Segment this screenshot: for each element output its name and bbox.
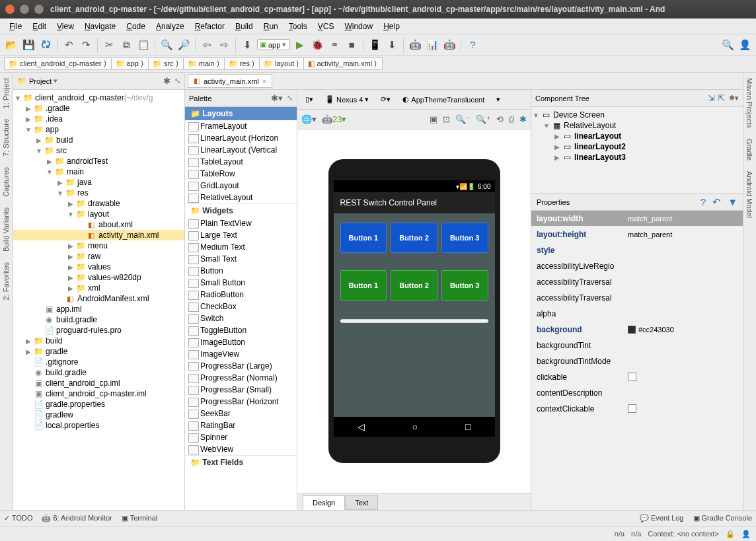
- gradle-console-button[interactable]: ▣ Gradle Console: [693, 514, 753, 523]
- comp-tree-item[interactable]: ▼▭Device Screen: [531, 110, 743, 120]
- palette-item[interactable]: TableLayout: [185, 156, 297, 168]
- sdk-icon[interactable]: ⬇: [385, 38, 399, 52]
- side-tab[interactable]: Build Variants: [0, 202, 12, 257]
- tree-item[interactable]: ▼📁res: [13, 188, 184, 198]
- tab-text[interactable]: Text: [345, 495, 378, 510]
- menu-navigate[interactable]: Navigate: [79, 20, 121, 33]
- palette-item[interactable]: LinearLayout (Horizon: [185, 132, 297, 144]
- tree-item[interactable]: ▶📁.gradle: [13, 103, 184, 114]
- tree-item[interactable]: ▶📁menu: [13, 240, 184, 251]
- gear-icon[interactable]: ✱: [519, 114, 527, 124]
- maximize-icon[interactable]: [34, 5, 44, 14]
- tree-item[interactable]: ▼📁client_android_cp-master (~/dev/g: [13, 92, 184, 103]
- search-icon[interactable]: 🔍: [720, 38, 735, 52]
- palette-group[interactable]: 📁 Text Fields: [185, 455, 297, 469]
- locale-icon[interactable]: 🌐▾: [301, 114, 317, 124]
- side-tab[interactable]: Gradle: [743, 133, 755, 166]
- tree-item[interactable]: ▶📁java: [13, 177, 184, 188]
- side-tab[interactable]: 7: Structure: [0, 114, 12, 162]
- palette-item[interactable]: CheckBox: [185, 301, 297, 312]
- expand-icon[interactable]: ⇲ ⇱: [708, 93, 725, 103]
- replace-icon[interactable]: 🔎: [176, 38, 191, 52]
- gear-icon[interactable]: ✱: [163, 76, 170, 86]
- tree-item[interactable]: ▣app.iml: [13, 304, 184, 314]
- terminal-button[interactable]: ▣ Terminal: [122, 514, 157, 523]
- palette-item[interactable]: SeekBar: [185, 408, 297, 419]
- run-icon[interactable]: ▶: [293, 38, 307, 52]
- side-tab[interactable]: 2: Favorites: [0, 257, 12, 305]
- property-row[interactable]: layout:heightmatch_parent: [531, 227, 743, 242]
- design-canvas[interactable]: ▾📶🔋6:00 REST Switch Control Panel Button…: [297, 129, 531, 493]
- palette-item[interactable]: Large Text: [185, 229, 297, 241]
- tree-item[interactable]: ◧activity_main.xml: [13, 230, 184, 240]
- zoom-in-icon[interactable]: 🔍⁺: [476, 114, 491, 124]
- filter-icon[interactable]: ▼: [728, 196, 737, 208]
- app-button[interactable]: Button 2: [391, 223, 437, 253]
- paste-icon[interactable]: 📋: [136, 38, 151, 52]
- app-button[interactable]: Button 1: [340, 270, 387, 301]
- tree-item[interactable]: ▼📁src: [13, 145, 184, 156]
- menu-tools[interactable]: Tools: [284, 20, 313, 33]
- property-row[interactable]: contextClickable: [531, 401, 743, 417]
- todo-button[interactable]: ✓ TODO: [4, 514, 32, 523]
- palette-item[interactable]: Plain TextView: [185, 217, 297, 229]
- run-config-combo[interactable]: ▣app▾: [257, 39, 290, 50]
- comp-tree-item[interactable]: ▼▦RelativeLayout: [531, 120, 743, 131]
- tree-item[interactable]: ▶📁build: [13, 135, 184, 145]
- undo-icon[interactable]: ↶: [61, 38, 76, 52]
- close-icon[interactable]: [5, 5, 15, 14]
- tree-item[interactable]: ◧AndroidManifest.xml: [13, 293, 184, 304]
- palette-group[interactable]: 📁 Layouts: [185, 107, 297, 120]
- palette-item[interactable]: Switch: [185, 312, 297, 324]
- palette-item[interactable]: RatingBar: [185, 419, 297, 431]
- monitor-icon[interactable]: 📊: [425, 38, 439, 52]
- redo-icon[interactable]: ↷: [79, 38, 93, 52]
- attach-icon[interactable]: ⚭: [327, 38, 342, 52]
- android2-icon[interactable]: 🤖: [442, 38, 457, 52]
- tree-item[interactable]: ▶📁drawable: [13, 198, 184, 209]
- tree-item[interactable]: 📄gradlew: [13, 410, 184, 420]
- menu-run[interactable]: Run: [258, 20, 284, 33]
- api-combo[interactable]: 🤖23▾: [322, 114, 346, 124]
- theme-combo[interactable]: ◐ AppThemeTranslucent: [398, 93, 488, 106]
- palette-item[interactable]: ToggleButton: [185, 324, 297, 336]
- capture-icon[interactable]: ⎙: [509, 114, 514, 124]
- tree-item[interactable]: ▶📁build: [13, 336, 184, 346]
- palette-item[interactable]: GridLayout: [185, 180, 297, 192]
- side-tab[interactable]: Maven Projects: [743, 73, 755, 133]
- tree-item[interactable]: ▶📁androidTest: [13, 156, 184, 166]
- app-button[interactable]: Button 2: [391, 270, 437, 301]
- app-button[interactable]: Button 1: [340, 223, 387, 253]
- property-row[interactable]: clickable: [531, 369, 743, 385]
- forward-icon[interactable]: ⇨: [217, 38, 231, 52]
- tab-design[interactable]: Design: [303, 495, 345, 510]
- user-icon[interactable]: 👤: [737, 38, 752, 52]
- property-row[interactable]: backgroundTintMode: [531, 353, 743, 369]
- palette-item[interactable]: ProgressBar (Large): [185, 360, 297, 372]
- tree-item[interactable]: ◉build.gradle: [13, 367, 184, 378]
- activity-combo[interactable]: ▾: [492, 93, 504, 106]
- palette-item[interactable]: Small Button: [185, 277, 297, 289]
- android-monitor-button[interactable]: 🤖 6: Android Monitor: [42, 514, 112, 523]
- app-button[interactable]: Button 3: [441, 270, 488, 301]
- tree-item[interactable]: ▶📁gradle: [13, 346, 184, 357]
- tree-item[interactable]: ▼📁app: [13, 124, 184, 135]
- property-row[interactable]: contentDescription: [531, 385, 743, 401]
- tree-item[interactable]: ▣client_android_cp-master.iml: [13, 388, 184, 399]
- palette-item[interactable]: ImageView: [185, 348, 297, 360]
- menu-build[interactable]: Build: [230, 20, 258, 33]
- zoom-fit-icon[interactable]: ▣: [430, 114, 437, 124]
- menu-view[interactable]: View: [52, 20, 79, 33]
- tree-item[interactable]: ▶📁.idea: [13, 114, 184, 124]
- tree-item[interactable]: ▼📁layout: [13, 209, 184, 219]
- menu-refactor[interactable]: Refactor: [190, 20, 230, 33]
- back-icon[interactable]: ⇦: [200, 38, 214, 52]
- side-tab[interactable]: 1: Project: [0, 73, 12, 114]
- tree-item[interactable]: ▶📁values-w820dp: [13, 272, 184, 283]
- tree-item[interactable]: ▶📁raw: [13, 251, 184, 262]
- device-combo[interactable]: 📱 Nexus 4▾: [321, 93, 373, 106]
- menu-analyze[interactable]: Analyze: [151, 20, 190, 33]
- avd-icon[interactable]: 📱: [367, 38, 382, 52]
- stop-icon[interactable]: ■: [344, 38, 359, 52]
- zoom-out-icon[interactable]: 🔍⁻: [455, 114, 471, 124]
